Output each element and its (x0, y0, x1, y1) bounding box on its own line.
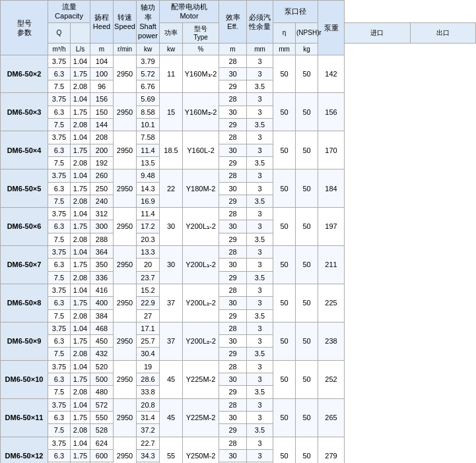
h-value: 364 (90, 246, 114, 259)
shaft-power-value: 7.58 (137, 131, 160, 144)
table-row: 6.31.751005.72303 (1, 67, 476, 80)
h-value: 432 (90, 348, 114, 360)
ls-value: 1.04 (71, 284, 90, 296)
npsh-value: 3.5 (247, 271, 273, 284)
table-row: 6.31.7550028.6303 (1, 373, 476, 386)
npsh-header: 必须汽性余量 (247, 1, 273, 44)
efficiency-value: 30 (219, 449, 247, 462)
motor-kw-value: 55 (160, 437, 183, 463)
efficiency-value: 29 (219, 80, 247, 93)
h-value: 450 (90, 335, 114, 348)
shaft-power-value: 5.69 (137, 93, 160, 106)
outlet-value: 50 (296, 55, 318, 93)
motor-type-value: Y200L₂-2 (183, 284, 219, 322)
q-value: 7.5 (48, 309, 71, 322)
ls-unit: L/s (71, 43, 90, 55)
kw-unit: kw (160, 43, 183, 55)
efficiency-value: 30 (219, 144, 247, 156)
shaft-power-value: 27 (137, 309, 160, 322)
shaft-power-value: 20 (137, 259, 160, 271)
shaft-power-value: 20.8 (137, 398, 160, 411)
npsh-value: 3 (247, 322, 273, 334)
efficiency-value: 29 (219, 424, 247, 437)
weight-value: 238 (318, 322, 345, 360)
outlet-value: 50 (296, 360, 318, 398)
npsh-value: 3 (247, 93, 273, 106)
ls-value: 1.75 (71, 449, 90, 462)
shaft-power-value: 15.2 (137, 284, 160, 296)
h-value: 600 (90, 449, 114, 462)
ls-value: 1.04 (71, 208, 90, 220)
motor-type-value: Y225M-2 (183, 398, 219, 437)
efficiency-value: 29 (219, 348, 247, 360)
ls-value: 1.04 (71, 55, 90, 67)
weight-value: 156 (318, 93, 345, 131)
ls-value: 1.75 (71, 259, 90, 271)
table-row: DM6-50×113.751.04572295020.845Y225M-2283… (1, 398, 476, 411)
weight-value: 211 (318, 246, 345, 284)
motor-power-header: 功率 (160, 22, 183, 43)
efficiency-value: 28 (219, 322, 247, 334)
inlet-value: 50 (273, 246, 296, 284)
ls-value: 1.75 (71, 220, 90, 233)
npsh-value: 3 (247, 437, 273, 449)
speed-value: 2950 (114, 246, 137, 284)
model-cell: DM6-50×12 (1, 437, 48, 463)
npsh-value: 3 (247, 335, 273, 348)
npsh-value: 3 (247, 220, 273, 233)
npsh-value: 3.5 (247, 424, 273, 437)
table-row: 7.52.0843230.4293.5 (1, 348, 476, 360)
weight-value: 279 (318, 437, 345, 463)
efficiency-value: 29 (219, 271, 247, 284)
npsh-value: 3 (247, 411, 273, 423)
inlet-value: 50 (273, 322, 296, 360)
speed-header: 转速Speed (114, 1, 137, 44)
h-value: 416 (90, 284, 114, 296)
q-value: 7.5 (48, 424, 71, 437)
npsh-value: 3 (247, 259, 273, 271)
npsh-value: 3 (247, 246, 273, 259)
table-row: DM6-50×123.751.04624295022.755Y250M-2283… (1, 437, 476, 449)
model-cell: DM6-50×11 (1, 398, 48, 437)
speed-value: 2950 (114, 360, 137, 398)
shaft-power-value: 31.4 (137, 411, 160, 423)
efficiency-header: 效率Eff. (219, 1, 247, 44)
inlet-value: 50 (273, 360, 296, 398)
q-value: 6.3 (48, 106, 71, 118)
q-value: 3.75 (48, 437, 71, 449)
model-cell: DM6-50×4 (1, 131, 48, 170)
ls-value: 1.75 (71, 297, 90, 309)
efficiency-value: 28 (219, 284, 247, 296)
h-value: 550 (90, 411, 114, 423)
shaft-power-value: 16.9 (137, 195, 160, 207)
efficiency-value: 30 (219, 411, 247, 423)
outlet-header: 出口 (410, 22, 476, 43)
ls-value: 1.04 (71, 360, 90, 373)
h-value: 312 (90, 208, 114, 220)
shaft-power-value: 5.72 (137, 67, 160, 80)
efficiency-value: 29 (219, 233, 247, 245)
q-value: 6.3 (48, 182, 71, 195)
h-unit: m (90, 43, 114, 55)
h-value: 300 (90, 220, 114, 233)
table-row: 6.31.7535020303 (1, 259, 476, 271)
q-value: 6.3 (48, 67, 71, 80)
q2-header (71, 22, 90, 43)
table-row: 6.31.751508.58303 (1, 106, 476, 118)
head-header: 扬程Heed (90, 1, 114, 44)
efficiency-value: 28 (219, 131, 247, 144)
q-value: 3.75 (48, 55, 71, 67)
weight-value: 197 (318, 208, 345, 246)
q-value: 3.75 (48, 131, 71, 144)
table-row: 6.31.7530017.2303 (1, 220, 476, 233)
table-row: DM6-50×23.751.0410429503.7911Y160M₁-2283… (1, 55, 476, 67)
h-value: 468 (90, 322, 114, 334)
shaft-power-value: 11.4 (137, 208, 160, 220)
npsh-value: 3 (247, 55, 273, 67)
mm-in-unit: mm (247, 43, 273, 55)
npsh-value: 3 (247, 373, 273, 386)
efficiency-value: 29 (219, 195, 247, 207)
efficiency-value: 30 (219, 106, 247, 118)
speed-value: 2950 (114, 93, 137, 131)
pct-unit: % (183, 43, 219, 55)
